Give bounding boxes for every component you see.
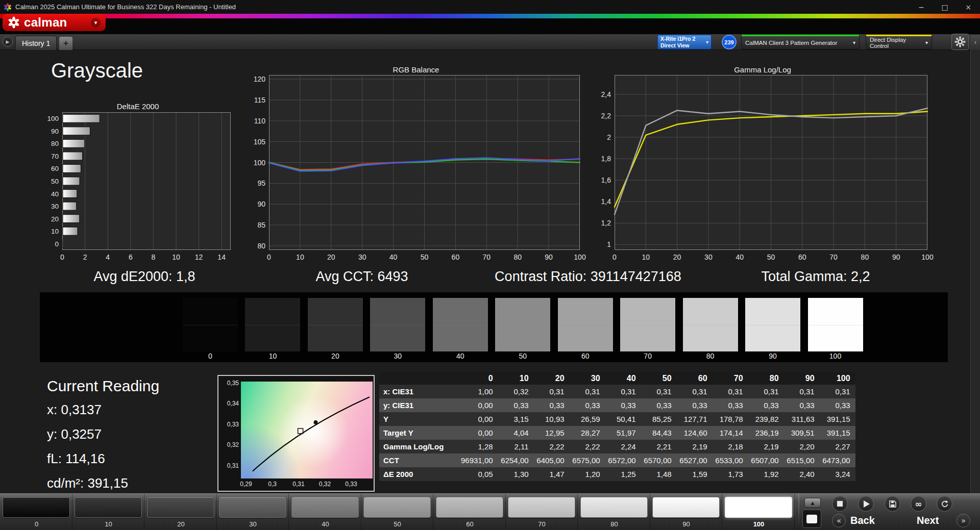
next-button[interactable]: Next [917,515,939,526]
svg-text:2: 2 [83,253,87,261]
pattern-level-50-button[interactable] [363,497,431,518]
table-cell: 391,15 [820,426,855,440]
save-button[interactable] [885,496,900,512]
swatch-level-label: 30 [370,352,425,360]
svg-text:30: 30 [358,253,366,261]
pattern-level-20-button[interactable] [147,497,214,518]
table-cell: 0,31 [784,385,820,398]
svg-text:10: 10 [296,253,304,261]
pattern-level-90-button[interactable] [652,497,720,518]
svg-text:1,2: 1,2 [601,219,611,227]
stop-button[interactable] [832,496,848,512]
svg-text:0: 0 [267,253,271,261]
table-cell: 1,59 [677,467,713,481]
back-button[interactable]: Back [850,515,875,526]
swatch-level-label: 70 [620,352,675,360]
svg-text:100: 100 [574,253,586,261]
play-button[interactable] [858,496,874,512]
svg-text:90: 90 [257,200,265,208]
pattern-level-100-button[interactable] [725,497,792,518]
pattern-generator-dropdown[interactable]: CalMAN Client 3 Pattern Generator ▾ [741,35,860,49]
deltae-bar-chart: 024681012141009080706050403020100 [36,107,240,265]
calman-menu-button[interactable]: calman ▾ [3,14,106,31]
table-cell: 2,27 [820,440,855,453]
pattern-window-icon [806,515,817,523]
grayscale-swatch-70 [620,298,675,351]
display-control-dropdown[interactable]: Direct Display Control ▾ [866,35,932,49]
table-cell: 0,31 [534,385,570,398]
cie-x-tick: 0,31 [289,481,308,488]
link-button[interactable]: ∞ [911,496,926,512]
table-cell: 10,93 [534,412,570,426]
tab-history-1[interactable]: History 1 [15,36,57,50]
svg-text:80: 80 [257,242,265,250]
table-cell: 1,25 [605,467,641,481]
cie-y-tick: 0,34 [219,400,239,407]
pattern-level-40-button[interactable] [291,497,359,518]
table-cell: 124,60 [677,426,713,440]
cie-y-tick: 0,31 [219,462,239,469]
grayscale-swatch-80 [683,298,738,351]
reading-fl: fL: 114,16 [47,451,159,467]
table-cell: 6572,00 [605,453,641,467]
svg-text:2,4: 2,4 [601,90,611,98]
table-row: CCT96931,006254,006405,006575,006572,006… [379,453,855,467]
table-cell: 0,32 [498,385,534,398]
table-cell: 1,47 [534,467,570,481]
chevron-down-icon: ▾ [925,40,928,45]
pattern-level-label: 20 [145,520,216,528]
svg-text:10: 10 [51,228,59,235]
table-cell: 127,71 [677,412,713,426]
table-row-label: y: CIE31 [379,398,461,412]
table-column-header: 20 [534,372,570,385]
display-control-label: Direct Display Control [870,37,925,49]
current-reading-title: Current Reading [47,377,159,395]
svg-text:12: 12 [195,253,203,261]
table-row-label: Target Y [379,426,461,440]
svg-text:50: 50 [421,253,429,261]
table-cell: 0,31 [748,385,784,398]
table-cell: 6515,00 [784,453,820,467]
svg-text:100: 100 [921,253,934,261]
cie-y-tick: 0,35 [219,380,239,387]
pattern-cell-0: 0 [1,494,72,530]
svg-text:105: 105 [254,138,266,146]
meter-selector-dropdown[interactable]: X-Rite i1Pro 2 Direct View ▾ [657,35,712,49]
pattern-level-60-button[interactable] [436,497,503,518]
pattern-level-10-button[interactable] [75,497,142,518]
table-cell: 2,20 [784,440,820,453]
collapse-panel-button[interactable]: ‹ [971,35,980,50]
settings-gear-button[interactable] [951,34,969,50]
table-cell: 0,31 [605,385,641,398]
table-cell: 12,95 [534,426,570,440]
svg-text:80: 80 [861,253,869,261]
svg-text:90: 90 [892,253,900,261]
pattern-level-70-button[interactable] [508,497,575,518]
maximize-button[interactable]: □ [933,0,957,14]
play-circle-icon[interactable]: ▶ [3,37,13,47]
new-tab-button[interactable]: + [59,37,72,50]
minimize-button[interactable]: − [910,0,933,14]
meter-reading-badge[interactable]: 239 [722,35,737,49]
close-button[interactable]: × [957,0,980,14]
swatch-level-label: 0 [183,352,238,360]
rgb-balance-chart: 0102030405060708090100808590951001051101… [245,70,587,266]
pattern-level-80-button[interactable] [580,497,648,518]
back-chevron-button[interactable]: « [832,514,846,527]
pattern-level-0-button[interactable] [3,497,70,518]
table-cell: 6254,00 [498,453,534,467]
svg-text:40: 40 [736,253,744,261]
pattern-level-30-button[interactable] [219,497,286,518]
table-cell: 96931,00 [461,453,498,467]
table-cell: 51,97 [605,426,641,440]
table-column-header: 0 [461,372,498,385]
svg-text:14: 14 [217,253,226,261]
expand-toolbar-button[interactable]: ▲ [804,498,821,508]
table-row: Gamma Log/Log1,282,112,222,222,242,212,1… [379,440,855,453]
svg-text:40: 40 [51,190,59,198]
pattern-window-button[interactable] [802,510,821,528]
next-chevron-button[interactable]: » [957,514,970,527]
table-column-header: 80 [748,372,784,385]
table-row-label: CCT [379,453,461,467]
refresh-button[interactable] [937,496,952,512]
